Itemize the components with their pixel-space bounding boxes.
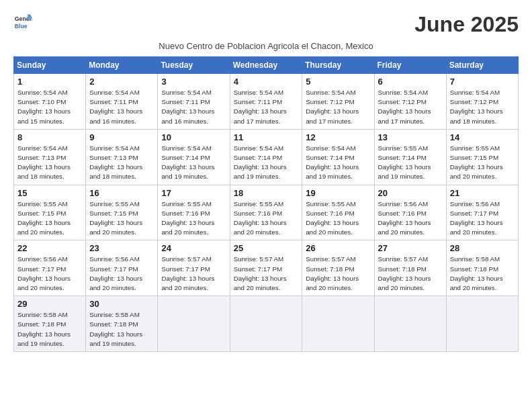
day-info: Sunrise: 5:55 AMSunset: 7:15 PMDaylight:… <box>450 144 503 181</box>
day-number: 12 <box>306 132 370 142</box>
day-info: Sunrise: 5:57 AMSunset: 7:18 PMDaylight:… <box>378 255 431 291</box>
day-number: 13 <box>378 132 443 142</box>
calendar-day-cell: 15 Sunrise: 5:55 AMSunset: 7:15 PMDaylig… <box>14 185 86 240</box>
calendar-day-cell: 16 Sunrise: 5:55 AMSunset: 7:15 PMDaylig… <box>86 185 158 240</box>
day-info: Sunrise: 5:56 AMSunset: 7:17 PMDaylight:… <box>89 255 142 291</box>
calendar-header-row: SundayMondayTuesdayWednesdayThursdayFrid… <box>14 57 519 74</box>
day-info: Sunrise: 5:54 AMSunset: 7:12 PMDaylight:… <box>450 89 503 125</box>
calendar-day-cell: 7 Sunrise: 5:54 AMSunset: 7:12 PMDayligh… <box>446 74 518 130</box>
day-info: Sunrise: 5:54 AMSunset: 7:11 PMDaylight:… <box>234 89 287 125</box>
day-number: 6 <box>378 77 443 87</box>
calendar-day-header: Friday <box>374 57 446 74</box>
day-number: 7 <box>450 77 515 87</box>
calendar-day-cell: 4 Sunrise: 5:54 AMSunset: 7:11 PMDayligh… <box>230 74 302 130</box>
day-number: 17 <box>161 188 226 198</box>
day-info: Sunrise: 5:57 AMSunset: 7:17 PMDaylight:… <box>234 255 287 291</box>
calendar-day-cell <box>230 296 302 352</box>
calendar-day-cell: 14 Sunrise: 5:55 AMSunset: 7:15 PMDaylig… <box>446 129 518 185</box>
day-info: Sunrise: 5:54 AMSunset: 7:13 PMDaylight:… <box>89 144 142 181</box>
calendar-day-cell <box>446 296 518 352</box>
calendar-day-cell: 5 Sunrise: 5:54 AMSunset: 7:12 PMDayligh… <box>302 74 374 130</box>
day-info: Sunrise: 5:55 AMSunset: 7:15 PMDaylight:… <box>89 200 142 236</box>
calendar-day-cell: 12 Sunrise: 5:54 AMSunset: 7:14 PMDaylig… <box>302 129 374 185</box>
day-info: Sunrise: 5:55 AMSunset: 7:14 PMDaylight:… <box>378 144 431 181</box>
day-info: Sunrise: 5:55 AMSunset: 7:16 PMDaylight:… <box>306 200 359 236</box>
day-number: 20 <box>378 188 443 198</box>
calendar-week-row: 29 Sunrise: 5:58 AMSunset: 7:18 PMDaylig… <box>14 296 519 352</box>
day-number: 29 <box>17 299 82 309</box>
calendar-day-header: Wednesday <box>230 57 302 74</box>
calendar-day-header: Sunday <box>14 57 86 74</box>
calendar-day-cell <box>374 296 446 352</box>
day-info: Sunrise: 5:58 AMSunset: 7:18 PMDaylight:… <box>450 255 503 291</box>
calendar-day-cell: 23 Sunrise: 5:56 AMSunset: 7:17 PMDaylig… <box>86 240 158 296</box>
calendar-day-header: Thursday <box>302 57 374 74</box>
calendar-day-cell: 21 Sunrise: 5:56 AMSunset: 7:17 PMDaylig… <box>446 185 518 240</box>
calendar-week-row: 1 Sunrise: 5:54 AMSunset: 7:10 PMDayligh… <box>14 74 519 130</box>
day-info: Sunrise: 5:54 AMSunset: 7:14 PMDaylight:… <box>234 144 287 181</box>
day-info: Sunrise: 5:55 AMSunset: 7:16 PMDaylight:… <box>161 200 214 236</box>
day-info: Sunrise: 5:58 AMSunset: 7:18 PMDaylight:… <box>17 311 71 347</box>
day-info: Sunrise: 5:55 AMSunset: 7:16 PMDaylight:… <box>234 200 287 236</box>
page-header: General Blue June 2025 <box>13 12 519 37</box>
day-number: 23 <box>89 243 154 253</box>
day-number: 24 <box>161 243 226 253</box>
calendar-day-cell: 3 Sunrise: 5:54 AMSunset: 7:11 PMDayligh… <box>158 74 230 130</box>
day-info: Sunrise: 5:54 AMSunset: 7:11 PMDaylight:… <box>89 89 142 125</box>
calendar-week-row: 8 Sunrise: 5:54 AMSunset: 7:13 PMDayligh… <box>14 129 519 185</box>
calendar-day-header: Saturday <box>446 57 518 74</box>
day-number: 14 <box>450 132 515 142</box>
day-number: 5 <box>306 77 370 87</box>
day-info: Sunrise: 5:54 AMSunset: 7:10 PMDaylight:… <box>17 89 71 125</box>
day-number: 16 <box>89 188 154 198</box>
calendar-day-cell: 6 Sunrise: 5:54 AMSunset: 7:12 PMDayligh… <box>374 74 446 130</box>
day-info: Sunrise: 5:54 AMSunset: 7:12 PMDaylight:… <box>378 89 431 125</box>
calendar-day-cell: 19 Sunrise: 5:55 AMSunset: 7:16 PMDaylig… <box>302 185 374 240</box>
calendar-table: SundayMondayTuesdayWednesdayThursdayFrid… <box>13 56 519 352</box>
calendar-day-cell <box>302 296 374 352</box>
day-number: 15 <box>17 188 82 198</box>
day-info: Sunrise: 5:57 AMSunset: 7:17 PMDaylight:… <box>161 255 214 291</box>
day-number: 25 <box>234 243 299 253</box>
day-info: Sunrise: 5:54 AMSunset: 7:12 PMDaylight:… <box>306 89 359 125</box>
calendar-day-cell: 2 Sunrise: 5:54 AMSunset: 7:11 PMDayligh… <box>86 74 158 130</box>
day-number: 18 <box>234 188 299 198</box>
calendar-subtitle: Nuevo Centro de Poblacion Agricola el Ch… <box>13 41 519 51</box>
day-info: Sunrise: 5:56 AMSunset: 7:17 PMDaylight:… <box>17 255 71 291</box>
calendar-day-cell: 28 Sunrise: 5:58 AMSunset: 7:18 PMDaylig… <box>446 240 518 296</box>
calendar-day-cell: 17 Sunrise: 5:55 AMSunset: 7:16 PMDaylig… <box>158 185 230 240</box>
calendar-day-cell: 30 Sunrise: 5:58 AMSunset: 7:18 PMDaylig… <box>86 296 158 352</box>
svg-text:Blue: Blue <box>15 23 28 30</box>
day-number: 21 <box>450 188 515 198</box>
day-number: 10 <box>161 132 226 142</box>
day-info: Sunrise: 5:58 AMSunset: 7:18 PMDaylight:… <box>89 311 142 347</box>
day-number: 4 <box>234 77 299 87</box>
day-info: Sunrise: 5:54 AMSunset: 7:14 PMDaylight:… <box>306 144 359 181</box>
day-number: 27 <box>378 243 443 253</box>
day-number: 3 <box>161 77 226 87</box>
calendar-day-cell: 9 Sunrise: 5:54 AMSunset: 7:13 PMDayligh… <box>86 129 158 185</box>
day-number: 26 <box>306 243 370 253</box>
day-number: 28 <box>450 243 515 253</box>
day-info: Sunrise: 5:54 AMSunset: 7:13 PMDaylight:… <box>17 144 71 181</box>
calendar-day-cell: 10 Sunrise: 5:54 AMSunset: 7:14 PMDaylig… <box>158 129 230 185</box>
calendar-day-cell: 11 Sunrise: 5:54 AMSunset: 7:14 PMDaylig… <box>230 129 302 185</box>
day-info: Sunrise: 5:54 AMSunset: 7:14 PMDaylight:… <box>161 144 214 181</box>
day-info: Sunrise: 5:57 AMSunset: 7:18 PMDaylight:… <box>306 255 359 291</box>
day-number: 9 <box>89 132 154 142</box>
calendar-day-cell: 18 Sunrise: 5:55 AMSunset: 7:16 PMDaylig… <box>230 185 302 240</box>
day-info: Sunrise: 5:56 AMSunset: 7:17 PMDaylight:… <box>450 200 503 236</box>
calendar-day-cell: 20 Sunrise: 5:56 AMSunset: 7:16 PMDaylig… <box>374 185 446 240</box>
calendar-day-cell: 8 Sunrise: 5:54 AMSunset: 7:13 PMDayligh… <box>14 129 86 185</box>
day-number: 22 <box>17 243 82 253</box>
day-number: 19 <box>306 188 370 198</box>
calendar-day-cell: 25 Sunrise: 5:57 AMSunset: 7:17 PMDaylig… <box>230 240 302 296</box>
calendar-day-cell: 1 Sunrise: 5:54 AMSunset: 7:10 PMDayligh… <box>14 74 86 130</box>
logo: General Blue <box>13 12 32 31</box>
day-number: 30 <box>89 299 154 309</box>
day-number: 8 <box>17 132 82 142</box>
calendar-day-cell: 24 Sunrise: 5:57 AMSunset: 7:17 PMDaylig… <box>158 240 230 296</box>
calendar-day-cell: 27 Sunrise: 5:57 AMSunset: 7:18 PMDaylig… <box>374 240 446 296</box>
day-number: 2 <box>89 77 154 87</box>
calendar-day-cell <box>158 296 230 352</box>
